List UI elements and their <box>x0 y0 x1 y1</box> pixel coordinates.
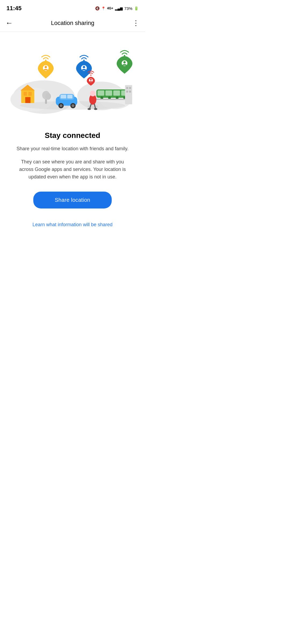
svg-point-51 <box>90 75 91 76</box>
more-options-button[interactable]: ⋮ <box>129 19 140 28</box>
location-icon: 📍 <box>101 6 106 10</box>
app-bar: ← Location sharing ⋮ <box>0 14 145 32</box>
svg-rect-23 <box>106 90 112 96</box>
battery-icon: 🔋 <box>134 6 139 10</box>
back-button[interactable]: ← <box>5 17 16 29</box>
svg-rect-35 <box>129 91 131 93</box>
main-content: Stay connected Share your real-time loca… <box>0 32 145 238</box>
svg-rect-32 <box>126 87 128 89</box>
svg-point-38 <box>90 91 96 96</box>
page-title: Location sharing <box>16 20 129 27</box>
svg-rect-7 <box>28 92 32 96</box>
subtitle: Share your real-time location with frien… <box>13 145 132 152</box>
svg-rect-31 <box>125 85 132 104</box>
body-text: They can see where you are and share wit… <box>13 158 132 181</box>
mute-icon: 🔇 <box>95 6 100 10</box>
svg-point-54 <box>124 55 125 56</box>
svg-rect-33 <box>129 87 131 89</box>
svg-rect-15 <box>61 95 66 98</box>
status-bar: 11:45 🔇 📍 4G+ ▂▄▆ 73% 🔋 <box>0 0 145 14</box>
learn-more-link[interactable]: Learn what information will be shared <box>32 222 113 238</box>
svg-point-36 <box>88 105 98 108</box>
share-location-button[interactable]: Share location <box>33 192 112 208</box>
svg-point-50 <box>90 79 92 80</box>
svg-rect-24 <box>113 90 120 96</box>
svg-rect-8 <box>25 97 31 103</box>
location-sharing-illustration <box>8 40 137 123</box>
text-section: Stay connected Share your real-time loca… <box>8 131 137 181</box>
headline: Stay connected <box>13 131 132 140</box>
svg-point-42 <box>94 108 97 110</box>
svg-rect-6 <box>24 92 27 96</box>
status-time: 11:45 <box>6 5 21 12</box>
data-icon: 4G+ <box>107 6 113 10</box>
svg-rect-22 <box>97 90 104 96</box>
svg-rect-34 <box>126 91 128 93</box>
svg-point-53 <box>123 61 126 64</box>
svg-point-20 <box>71 104 74 107</box>
svg-point-45 <box>45 60 46 61</box>
svg-point-44 <box>45 66 47 68</box>
svg-point-18 <box>60 104 63 107</box>
signal-icon: ▂▄▆ <box>115 6 123 10</box>
svg-point-48 <box>83 60 85 61</box>
svg-rect-16 <box>67 95 73 98</box>
svg-point-41 <box>88 108 91 110</box>
illustration-container <box>8 40 137 123</box>
battery-text: 73% <box>124 6 132 11</box>
status-icons: 🔇 📍 4G+ ▂▄▆ 73% 🔋 <box>95 6 139 11</box>
svg-point-47 <box>83 66 85 68</box>
svg-point-12 <box>45 93 51 100</box>
